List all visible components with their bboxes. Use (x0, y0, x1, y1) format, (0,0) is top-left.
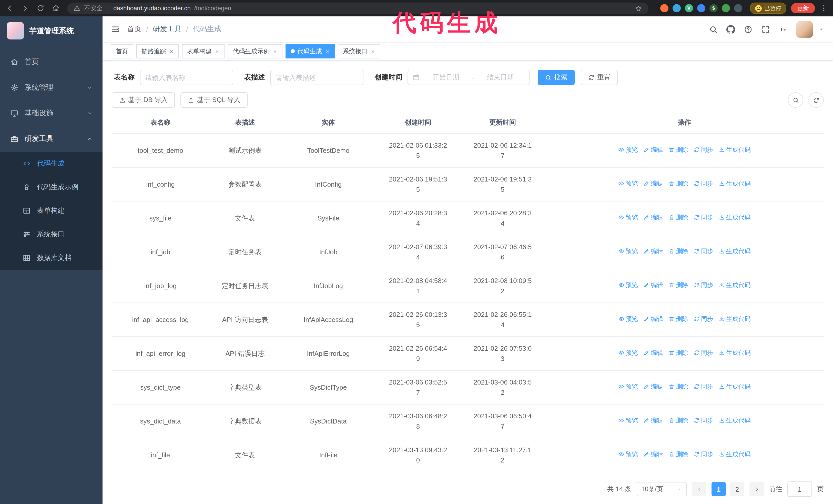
sync-link[interactable]: 同步 (693, 450, 713, 459)
sidebar-toggle-icon[interactable] (111, 25, 120, 34)
breadcrumb-item[interactable]: 研发工具 (153, 25, 182, 34)
close-tab-icon[interactable] (169, 49, 174, 54)
fox-extension-icon[interactable] (660, 4, 668, 12)
breadcrumb-item[interactable]: 首页 (127, 25, 142, 34)
preview-link[interactable]: 预览 (618, 247, 638, 256)
sync-link[interactable]: 同步 (693, 281, 713, 290)
preview-link[interactable]: 预览 (618, 145, 638, 154)
sidebar-item-codegen[interactable]: 代码生成 (0, 152, 102, 175)
address-bar[interactable]: 不安全 | dashboard.yudao.iocoder.cn/tool/co… (67, 2, 648, 14)
generate-code-link[interactable]: 生成代码 (718, 281, 751, 290)
toggle-search-button[interactable] (788, 92, 803, 108)
sidebar-item-home[interactable]: 首页 (0, 49, 102, 75)
preview-link[interactable]: 预览 (618, 179, 638, 188)
sync-link[interactable]: 同步 (693, 416, 713, 425)
breadcrumb-item[interactable]: 代码生成 (193, 25, 221, 34)
close-tab-icon[interactable] (325, 49, 330, 54)
sidebar-item-devtools[interactable]: 研发工具 (0, 126, 102, 152)
edit-link[interactable]: 编辑 (643, 145, 663, 154)
preview-link[interactable]: 预览 (618, 382, 638, 391)
tab-system-api[interactable]: 系统接口 (338, 44, 380, 58)
preview-link[interactable]: 预览 (618, 315, 638, 324)
reset-button[interactable]: 重置 (581, 70, 618, 85)
edit-link[interactable]: 编辑 (643, 416, 663, 425)
delete-link[interactable]: 删除 (668, 213, 688, 222)
delete-link[interactable]: 删除 (668, 315, 688, 324)
edit-link[interactable]: 编辑 (643, 349, 663, 358)
font-size-icon[interactable]: TT (779, 25, 787, 33)
edit-link[interactable]: 编辑 (643, 247, 663, 256)
edit-link[interactable]: 编辑 (643, 179, 663, 188)
import-sql-button[interactable]: 基于 SQL 导入 (181, 92, 248, 108)
generate-code-link[interactable]: 生成代码 (718, 213, 751, 222)
sync-link[interactable]: 同步 (693, 213, 713, 222)
sync-link[interactable]: 同步 (693, 349, 713, 358)
delete-link[interactable]: 删除 (668, 416, 688, 425)
edit-link[interactable]: 编辑 (643, 213, 663, 222)
sidebar-item-infra[interactable]: 基础设施 (0, 100, 102, 126)
table-name-input[interactable] (140, 70, 233, 85)
generate-code-link[interactable]: 生成代码 (718, 416, 751, 425)
forward-icon[interactable] (21, 4, 30, 13)
sync-link[interactable]: 同步 (693, 382, 713, 391)
sidebar-item-system[interactable]: 系统管理 (0, 75, 102, 100)
users-extension-icon[interactable] (697, 4, 705, 12)
delete-link[interactable]: 删除 (668, 450, 688, 459)
generate-code-link[interactable]: 生成代码 (718, 382, 751, 391)
delete-link[interactable]: 删除 (668, 179, 688, 188)
vue-devtools-extension-icon[interactable]: V (685, 4, 693, 12)
reload-icon[interactable] (36, 4, 45, 13)
tab-codegen-demo[interactable]: 代码生成示例 (228, 44, 282, 58)
caret-down-icon[interactable] (818, 26, 825, 33)
edit-link[interactable]: 编辑 (643, 382, 663, 391)
sidebar-item-codegen-demo[interactable]: 代码生成示例 (0, 175, 102, 199)
tab-home[interactable]: 首页 (111, 44, 133, 58)
question-icon[interactable] (744, 25, 753, 33)
close-tab-icon[interactable] (273, 49, 277, 54)
preview-link[interactable]: 预览 (618, 281, 638, 290)
sidebar-item-form-builder[interactable]: 表单构建 (0, 199, 102, 222)
edit-link[interactable]: 编辑 (643, 315, 663, 324)
generate-code-link[interactable]: 生成代码 (718, 450, 751, 459)
browser-menu-icon[interactable] (820, 4, 828, 12)
preview-link[interactable]: 预览 (618, 349, 638, 358)
preview-link[interactable]: 预览 (618, 416, 638, 425)
github-icon[interactable] (727, 25, 735, 33)
preview-link[interactable]: 预览 (618, 450, 638, 459)
generate-code-link[interactable]: 生成代码 (718, 145, 751, 154)
prev-page-button[interactable] (692, 482, 706, 496)
sync-link[interactable]: 同步 (693, 247, 713, 256)
refresh-table-button[interactable] (808, 92, 824, 108)
delete-link[interactable]: 删除 (668, 382, 688, 391)
generate-code-link[interactable]: 生成代码 (718, 349, 751, 358)
home-icon[interactable] (51, 4, 61, 13)
puzzle-extension-icon[interactable] (734, 4, 742, 12)
delete-link[interactable]: 删除 (668, 145, 688, 154)
edit-link[interactable]: 编辑 (643, 281, 663, 290)
tab-trace[interactable]: 链路追踪 (136, 44, 179, 58)
bookmark-star-icon[interactable] (635, 4, 642, 12)
import-db-button[interactable]: 基于 DB 导入 (112, 92, 175, 108)
terminal-extension-icon[interactable]: $ (710, 4, 718, 12)
search-icon[interactable] (709, 25, 718, 33)
sidebar-item-system-api[interactable]: 系统接口 (0, 222, 102, 246)
generate-code-link[interactable]: 生成代码 (718, 179, 751, 188)
sidebar-item-db-doc[interactable]: 数据库文档 (0, 246, 102, 270)
page-button-2[interactable]: 2 (730, 482, 744, 496)
delete-link[interactable]: 删除 (668, 281, 688, 290)
update-button[interactable]: 更新 (791, 3, 815, 13)
fullscreen-icon[interactable] (761, 25, 770, 33)
page-button-1[interactable]: 1 (712, 482, 726, 496)
preview-link[interactable]: 预览 (618, 213, 638, 222)
date-range-picker[interactable]: 开始日期 - 结束日期 (407, 70, 529, 85)
edit-link[interactable]: 编辑 (643, 450, 663, 459)
close-tab-icon[interactable] (371, 49, 375, 54)
next-page-button[interactable] (749, 482, 764, 496)
sync-link[interactable]: 同步 (693, 145, 713, 154)
delete-link[interactable]: 删除 (668, 349, 688, 358)
delete-link[interactable]: 删除 (668, 247, 688, 256)
sync-link[interactable]: 同步 (693, 179, 713, 188)
goto-page-input[interactable] (787, 481, 812, 497)
generate-code-link[interactable]: 生成代码 (718, 315, 751, 324)
close-tab-icon[interactable] (215, 49, 219, 54)
